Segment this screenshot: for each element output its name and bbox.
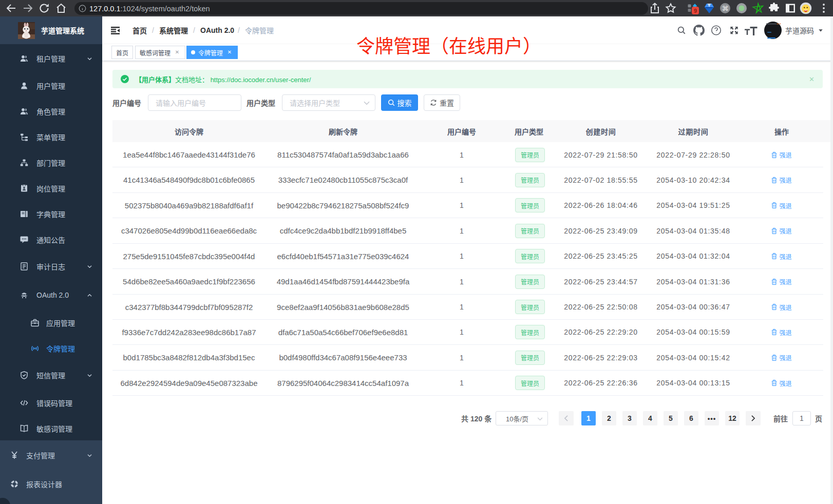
svg-text:⌘: ⌘ — [722, 5, 729, 12]
